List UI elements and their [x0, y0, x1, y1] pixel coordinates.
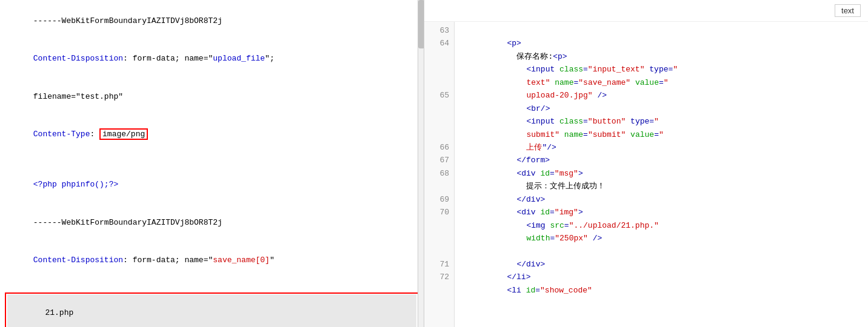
left-line-1: ------WebKitFormBoundaryIAZITDVj8bOR8T2j: [5, 2, 419, 40]
left-line-7: ------WebKitFormBoundaryIAZITDVj8bOR8T2j: [5, 204, 419, 242]
scrollbar-thumb[interactable]: [418, 0, 424, 48]
right-panel: text 63 64 65 66 67 68 69 70 71 72: [424, 0, 868, 327]
code-content: <p> 保存名称:<p> <input class="input_text" t…: [455, 22, 868, 327]
right-code-area: 63 64 65 66 67 68 69 70 71 72: [424, 22, 868, 327]
image-png-box: image/png: [99, 128, 148, 140]
code-line-63: <p>: [459, 24, 863, 37]
scrollbar-track[interactable]: [418, 0, 424, 327]
text-badge[interactable]: text: [835, 4, 861, 17]
left-line-10: 21.php: [7, 294, 416, 327]
line-numbers: 63 64 65 66 67 68 69 70 71 72: [424, 22, 455, 327]
left-line-3: filename="test.php": [5, 78, 419, 116]
right-header: text: [424, 0, 868, 22]
left-line-4: Content-Type: image/png: [5, 116, 419, 153]
left-code-content: ------WebKitFormBoundaryIAZITDVj8bOR8T2j…: [0, 0, 424, 327]
left-line-8: Content-Disposition: form-data; name="sa…: [5, 242, 419, 279]
left-line-6: <?php phpinfo();?>: [5, 166, 419, 203]
left-line-5: [5, 154, 419, 167]
red-box-block-1: 21.php ------WebKitFormBoundaryIAZITDVj8…: [5, 292, 419, 327]
left-panel: ------WebKitFormBoundaryIAZITDVj8bOR8T2j…: [0, 0, 424, 327]
code-line-70c: </div>: [459, 245, 863, 257]
left-line-9: [5, 280, 419, 292]
left-line-2: Content-Disposition: form-data; name="up…: [5, 40, 419, 78]
